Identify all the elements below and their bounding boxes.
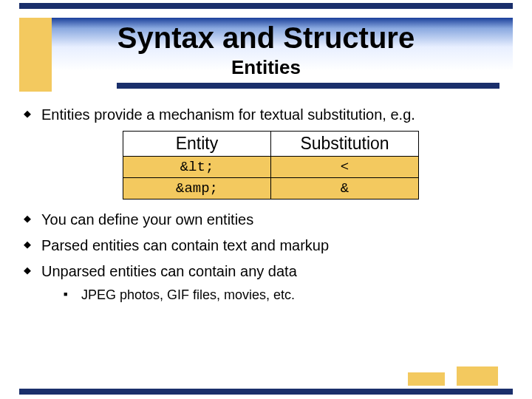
table-row: &amp; & xyxy=(123,178,419,200)
top-accent-bar xyxy=(19,3,513,9)
slide-body: Entities provide a mechanism for textual… xyxy=(19,105,513,374)
bullet-item: You can define your own entities xyxy=(19,210,513,230)
table-header: Entity xyxy=(123,132,271,157)
entity-table: Entity Substitution &lt; < &amp; & xyxy=(123,131,419,200)
bullet-text: Parsed entities can contain text and mar… xyxy=(41,237,329,253)
slide-title: Syntax and Structure xyxy=(19,18,513,59)
header: Syntax and Structure Entities xyxy=(19,18,513,92)
table-header: Substitution xyxy=(271,132,419,157)
table-row: Entity Substitution xyxy=(123,132,419,157)
footer-yellow-block xyxy=(457,366,498,386)
table-cell: &lt; xyxy=(123,157,271,178)
table-cell: &amp; xyxy=(123,178,271,200)
header-rule xyxy=(117,83,499,89)
bullet-item: Entities provide a mechanism for textual… xyxy=(19,105,513,125)
table-cell: < xyxy=(271,157,419,178)
footer-rule xyxy=(19,389,513,395)
table-cell: & xyxy=(271,178,419,200)
sub-bullet-text: JPEG photos, GIF files, movies, etc. xyxy=(81,287,295,302)
bullet-text: You can define your own entities xyxy=(41,211,253,228)
table-row: &lt; < xyxy=(123,157,419,178)
slide-subtitle: Entities xyxy=(19,56,513,80)
slide: Syntax and Structure Entities Entities p… xyxy=(0,0,532,399)
bullet-item: Parsed entities can contain text and mar… xyxy=(19,236,513,256)
footer-yellow-block xyxy=(408,372,445,386)
bullet-item: Unparsed entities can contain any data J… xyxy=(19,262,513,304)
bullet-text: Entities provide a mechanism for textual… xyxy=(41,106,415,123)
sub-bullet-item: JPEG photos, GIF files, movies, etc. xyxy=(41,286,513,304)
bullet-text: Unparsed entities can contain any data xyxy=(41,263,297,279)
